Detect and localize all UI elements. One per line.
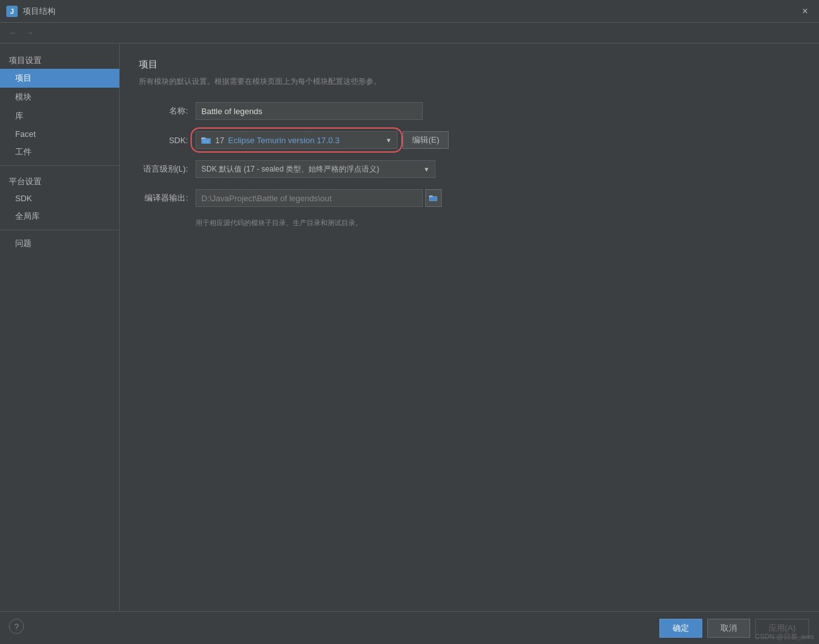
svg-rect-6 xyxy=(430,197,437,201)
sdk-version-num: 17 xyxy=(215,136,224,145)
section-desc: 所有模块的默认设置。根据需要在模块页面上为每个模块配置这些形参。 xyxy=(139,76,800,87)
name-control-group xyxy=(196,102,800,120)
sidebar-item-global-library[interactable]: 全局库 xyxy=(0,207,119,226)
folder-icon xyxy=(201,136,211,144)
forward-arrow[interactable]: → xyxy=(23,26,37,39)
sidebar-divider xyxy=(0,165,119,166)
sidebar-item-facet[interactable]: Facet xyxy=(0,126,119,143)
lang-row: 语言级别(L): SDK 默认值 (17 - sealed 类型、始终严格的浮点… xyxy=(139,160,800,178)
compiler-label: 编译器输出: xyxy=(139,192,196,204)
compiler-output-group: D:\JavaProject\Battle of legends\out xyxy=(196,189,442,207)
section-title: 项目 xyxy=(139,59,800,71)
watermark: CSDN @日暮_awa xyxy=(755,632,814,641)
sdk-label: SDK: xyxy=(139,136,196,145)
lang-dropdown-arrow: ▼ xyxy=(423,166,430,173)
confirm-button[interactable]: 确定 xyxy=(659,619,702,638)
lang-dropdown-text: SDK 默认值 (17 - sealed 类型、始终严格的浮点语义) xyxy=(201,164,423,175)
sdk-dropdown-arrow: ▼ xyxy=(386,137,392,144)
compiler-hint: 用于相应源代码的模块子目录、生产目录和测试目录。 xyxy=(196,218,800,228)
dialog-container: J 项目结构 × ← → 项目设置 项目 模块 库 Facet 工件 xyxy=(0,0,819,644)
sidebar-section-platform-settings: 平台设置 xyxy=(0,170,119,190)
help-button[interactable]: ? xyxy=(9,619,24,634)
sidebar-item-project[interactable]: 项目 xyxy=(0,69,119,88)
main-content: 项目设置 项目 模块 库 Facet 工件 平台设置 SDK 全局库 xyxy=(0,44,819,611)
sdk-dropdown-wrapper: 17 Eclipse Temurin version 17.0.3 ▼ xyxy=(196,131,398,149)
sidebar-item-modules[interactable]: 模块 xyxy=(0,88,119,107)
sdk-version-text: Eclipse Temurin version 17.0.3 xyxy=(228,136,339,145)
lang-label: 语言级别(L): xyxy=(139,163,196,175)
sidebar-item-artifact[interactable]: 工件 xyxy=(0,143,119,161)
sdk-dropdown-inner: 17 Eclipse Temurin version 17.0.3 xyxy=(201,136,386,145)
compiler-folder-icon xyxy=(429,194,438,202)
name-input[interactable] xyxy=(196,102,423,120)
sdk-dropdown[interactable]: 17 Eclipse Temurin version 17.0.3 ▼ xyxy=(196,131,398,149)
svg-rect-3 xyxy=(203,139,209,143)
sdk-control-group: 17 Eclipse Temurin version 17.0.3 ▼ 编辑(E… xyxy=(196,131,800,149)
compiler-output-path: D:\JavaProject\Battle of legends\out xyxy=(196,189,423,207)
compiler-control-group: D:\JavaProject\Battle of legends\out xyxy=(196,189,800,207)
close-button[interactable]: × xyxy=(798,4,813,19)
bottom-bar: 确定 取消 应用(A) xyxy=(0,611,819,644)
app-icon: J xyxy=(6,6,18,17)
name-label: 名称: xyxy=(139,105,196,117)
sidebar-item-problems[interactable]: 问题 xyxy=(0,234,119,253)
sdk-edit-button[interactable]: 编辑(E) xyxy=(403,131,449,149)
name-row: 名称: xyxy=(139,102,800,120)
lang-control-group: SDK 默认值 (17 - sealed 类型、始终严格的浮点语义) ▼ xyxy=(196,160,800,178)
lang-dropdown[interactable]: SDK 默认值 (17 - sealed 类型、始终严格的浮点语义) ▼ xyxy=(196,160,435,178)
title-bar: J 项目结构 × xyxy=(0,0,819,23)
compiler-row: 编译器输出: D:\JavaProject\Battle of legends\… xyxy=(139,189,800,207)
sidebar-item-sdk[interactable]: SDK xyxy=(0,190,119,207)
sidebar: 项目设置 项目 模块 库 Facet 工件 平台设置 SDK 全局库 xyxy=(0,44,120,611)
sidebar-section-project-settings: 项目设置 xyxy=(0,49,119,69)
sidebar-divider-2 xyxy=(0,230,119,230)
compiler-folder-button[interactable] xyxy=(425,189,442,207)
back-arrow[interactable]: ← xyxy=(6,26,20,39)
dialog-title: 项目结构 xyxy=(23,6,798,17)
cancel-button[interactable]: 取消 xyxy=(707,619,750,638)
sidebar-item-library[interactable]: 库 xyxy=(0,107,119,126)
sdk-row: SDK: 17 xyxy=(139,131,800,149)
nav-bar: ← → xyxy=(0,23,819,44)
content-panel: 项目 所有模块的默认设置。根据需要在模块页面上为每个模块配置这些形参。 名称: … xyxy=(120,44,819,611)
